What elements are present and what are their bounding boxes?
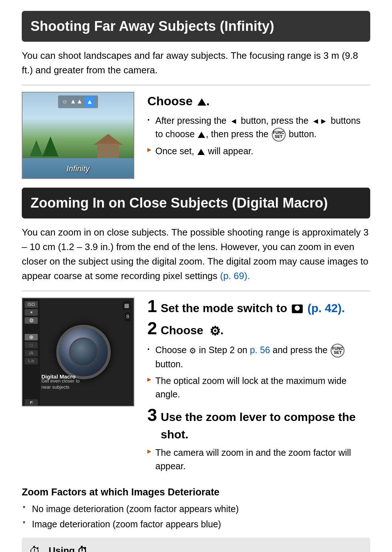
section2-content-row: ISO ☀ ⚙ ⊕ □ /A L /s ◩ ▦ 8 Digital Macro …	[22, 298, 370, 476]
section1-intro: You can shoot landscapes and far away su…	[22, 48, 370, 78]
bullet-1: After pressing the ◄ button, press the ◄…	[147, 114, 370, 142]
section2-divider	[22, 291, 370, 291]
infinity-label: Infinity	[66, 163, 90, 175]
step1-heading: 1 Set the mode switch to (p. 42).	[147, 298, 370, 317]
tree2	[42, 136, 58, 156]
section2-intro: You can zoom in on close subjects. The p…	[22, 225, 370, 283]
hut-roof	[94, 134, 123, 145]
macro-sidebar: ISO ☀ ⚙ ⊕ □ /A L /s ◩	[23, 298, 40, 406]
section2-header: Zooming In on Close Subjects (Digital Ma…	[22, 188, 370, 218]
choose-heading: Choose .	[147, 92, 370, 110]
landscape-bg: ☼ ▲▲ ▲ Infinity	[23, 93, 134, 178]
zoom-factor-item-1: No image deterioration (zoom factor appe…	[22, 502, 370, 516]
section1-header: Shooting Far Away Subjects (Infinity)	[22, 11, 370, 42]
step2-bullet-2: The optical zoom will lock at the maximu…	[147, 374, 370, 401]
camera-mode-icon	[292, 304, 303, 313]
section1-divider	[22, 85, 370, 85]
section2-steps: 1 Set the mode switch to (p. 42). 2 Choo…	[147, 298, 370, 476]
section1-instructions: Choose . After pressing the ◄ button, pr…	[147, 92, 370, 161]
zoom-factor-list: No image deterioration (zoom factor appe…	[22, 502, 370, 531]
section1-bullet-list: After pressing the ◄ button, press the ◄…	[147, 114, 370, 158]
section1-content-row: ☼ ▲▲ ▲ Infinity Choose . After pressing …	[22, 92, 370, 179]
hut	[97, 144, 119, 158]
macro-lens-inner	[69, 338, 98, 367]
zoom-factors-title: Zoom Factors at which Images Deteriorate	[22, 485, 370, 500]
bullet-2: Once set, will appear.	[147, 144, 370, 158]
step2-heading: 2 Choose ⚙.	[147, 320, 370, 340]
func-btn-2: FUNCSET	[331, 344, 344, 357]
mode-icon-bar: ☼ ▲▲ ▲	[58, 95, 98, 108]
infinity-image: ☼ ▲▲ ▲ Infinity	[22, 92, 134, 179]
tip-text: Using ⏱	[49, 544, 87, 552]
macro-icons-right: ▦ 8	[123, 301, 131, 321]
tree1	[30, 140, 43, 156]
step2-bullets: Choose ⚙ in Step 2 on p. 56 and press th…	[147, 343, 370, 401]
macro-lens	[56, 325, 111, 379]
step3-heading: 3 Use the zoom lever to compose the shot…	[147, 406, 370, 443]
zoom-factor-item-2: Image deterioration (zoom factor appears…	[22, 518, 370, 531]
step2-bullet-1: Choose ⚙ in Step 2 on p. 56 and press th…	[147, 343, 370, 371]
step3-bullet-1: The camera will zoom in and the zoom fac…	[147, 446, 370, 473]
timer-icon: ⏱	[29, 543, 44, 552]
macro-sub: Get even closer tonear subjects	[41, 378, 80, 391]
step3-bullets: The camera will zoom in and the zoom fac…	[147, 446, 370, 473]
tip-box: ⏱ Using ⏱	[22, 537, 370, 552]
zoom-factors: Zoom Factors at which Images Deteriorate…	[22, 485, 370, 531]
func-btn-1: FUNCSET	[272, 128, 286, 142]
macro-image: ISO ☀ ⚙ ⊕ □ /A L /s ◩ ▦ 8 Digital Macro …	[22, 298, 134, 406]
